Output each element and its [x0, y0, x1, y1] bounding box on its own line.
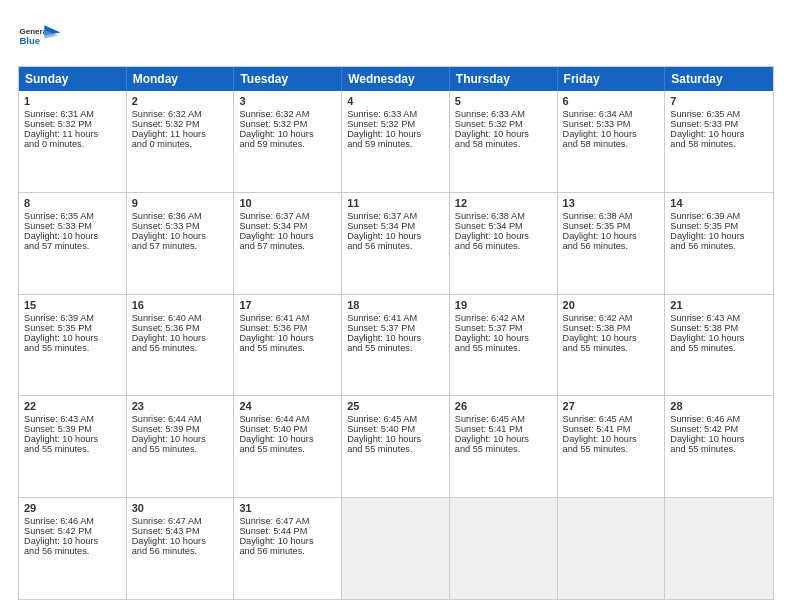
week-row-2: 8Sunrise: 6:35 AMSunset: 5:33 PMDaylight…: [19, 192, 773, 294]
logo: General Blue: [18, 18, 62, 56]
day-info-line: and 58 minutes.: [670, 139, 768, 149]
day-info-line: Sunrise: 6:39 AM: [24, 313, 121, 323]
day-info-line: Daylight: 10 hours: [132, 231, 229, 241]
day-number: 14: [670, 197, 768, 209]
day-info-line: Sunset: 5:33 PM: [24, 221, 121, 231]
day-info-line: Daylight: 10 hours: [563, 129, 660, 139]
day-number: 5: [455, 95, 552, 107]
cal-cell-w2-d3: 10Sunrise: 6:37 AMSunset: 5:34 PMDayligh…: [234, 193, 342, 294]
day-number: 1: [24, 95, 121, 107]
day-info-line: and 57 minutes.: [239, 241, 336, 251]
day-info-line: and 55 minutes.: [670, 444, 768, 454]
day-info-line: Sunrise: 6:41 AM: [347, 313, 444, 323]
cal-cell-w4-d4: 25Sunrise: 6:45 AMSunset: 5:40 PMDayligh…: [342, 396, 450, 497]
day-info-line: Sunset: 5:32 PM: [132, 119, 229, 129]
day-info-line: and 55 minutes.: [347, 343, 444, 353]
day-info-line: Sunset: 5:41 PM: [455, 424, 552, 434]
header-wednesday: Wednesday: [342, 67, 450, 91]
day-info-line: Sunrise: 6:37 AM: [347, 211, 444, 221]
day-number: 17: [239, 299, 336, 311]
cal-cell-w4-d5: 26Sunrise: 6:45 AMSunset: 5:41 PMDayligh…: [450, 396, 558, 497]
day-info-line: and 55 minutes.: [239, 343, 336, 353]
day-info-line: Daylight: 10 hours: [670, 333, 768, 343]
day-info-line: Daylight: 10 hours: [239, 536, 336, 546]
svg-text:Blue: Blue: [19, 35, 40, 46]
cal-cell-w4-d3: 24Sunrise: 6:44 AMSunset: 5:40 PMDayligh…: [234, 396, 342, 497]
day-number: 10: [239, 197, 336, 209]
day-info-line: Daylight: 10 hours: [563, 333, 660, 343]
day-info-line: Sunrise: 6:40 AM: [132, 313, 229, 323]
cal-cell-w2-d2: 9Sunrise: 6:36 AMSunset: 5:33 PMDaylight…: [127, 193, 235, 294]
day-info-line: Sunrise: 6:32 AM: [239, 109, 336, 119]
day-number: 16: [132, 299, 229, 311]
day-info-line: Sunrise: 6:43 AM: [24, 414, 121, 424]
day-info-line: Sunrise: 6:45 AM: [455, 414, 552, 424]
day-info-line: Daylight: 10 hours: [455, 129, 552, 139]
day-info-line: Daylight: 10 hours: [132, 333, 229, 343]
day-info-line: Sunrise: 6:38 AM: [455, 211, 552, 221]
calendar-page: General Blue Sunday Monday Tuesday Wedne…: [0, 0, 792, 612]
day-info-line: Sunrise: 6:36 AM: [132, 211, 229, 221]
cal-cell-w5-d3: 31Sunrise: 6:47 AMSunset: 5:44 PMDayligh…: [234, 498, 342, 599]
cal-cell-w3-d1: 15Sunrise: 6:39 AMSunset: 5:35 PMDayligh…: [19, 295, 127, 396]
day-number: 8: [24, 197, 121, 209]
day-number: 18: [347, 299, 444, 311]
cal-cell-w5-d6: [558, 498, 666, 599]
day-info-line: and 58 minutes.: [455, 139, 552, 149]
day-info-line: Daylight: 10 hours: [132, 536, 229, 546]
day-info-line: Sunset: 5:34 PM: [347, 221, 444, 231]
day-info-line: Daylight: 10 hours: [347, 333, 444, 343]
cal-cell-w3-d4: 18Sunrise: 6:41 AMSunset: 5:37 PMDayligh…: [342, 295, 450, 396]
day-info-line: Daylight: 10 hours: [455, 434, 552, 444]
cal-cell-w3-d5: 19Sunrise: 6:42 AMSunset: 5:37 PMDayligh…: [450, 295, 558, 396]
day-info-line: Daylight: 10 hours: [455, 231, 552, 241]
calendar: Sunday Monday Tuesday Wednesday Thursday…: [18, 66, 774, 600]
day-info-line: and 55 minutes.: [132, 444, 229, 454]
day-info-line: Sunrise: 6:44 AM: [132, 414, 229, 424]
day-info-line: and 0 minutes.: [24, 139, 121, 149]
day-info-line: Sunrise: 6:42 AM: [455, 313, 552, 323]
day-info-line: Sunset: 5:35 PM: [670, 221, 768, 231]
cal-cell-w1-d7: 7Sunrise: 6:35 AMSunset: 5:33 PMDaylight…: [665, 91, 773, 192]
cal-cell-w1-d5: 5Sunrise: 6:33 AMSunset: 5:32 PMDaylight…: [450, 91, 558, 192]
cal-cell-w3-d2: 16Sunrise: 6:40 AMSunset: 5:36 PMDayligh…: [127, 295, 235, 396]
day-info-line: Sunrise: 6:37 AM: [239, 211, 336, 221]
day-info-line: Daylight: 10 hours: [347, 129, 444, 139]
day-info-line: Daylight: 10 hours: [455, 333, 552, 343]
day-info-line: and 56 minutes.: [563, 241, 660, 251]
day-number: 20: [563, 299, 660, 311]
day-info-line: Daylight: 10 hours: [24, 434, 121, 444]
day-info-line: and 57 minutes.: [24, 241, 121, 251]
day-info-line: and 58 minutes.: [563, 139, 660, 149]
day-info-line: Daylight: 10 hours: [239, 129, 336, 139]
week-row-3: 15Sunrise: 6:39 AMSunset: 5:35 PMDayligh…: [19, 294, 773, 396]
day-info-line: and 55 minutes.: [563, 444, 660, 454]
day-info-line: Sunset: 5:34 PM: [239, 221, 336, 231]
day-info-line: Sunset: 5:34 PM: [455, 221, 552, 231]
day-info-line: Daylight: 10 hours: [563, 434, 660, 444]
day-info-line: Sunrise: 6:38 AM: [563, 211, 660, 221]
day-info-line: Daylight: 10 hours: [563, 231, 660, 241]
day-info-line: Daylight: 10 hours: [670, 129, 768, 139]
day-number: 19: [455, 299, 552, 311]
day-info-line: Daylight: 10 hours: [24, 231, 121, 241]
day-number: 23: [132, 400, 229, 412]
day-info-line: Sunset: 5:32 PM: [239, 119, 336, 129]
day-info-line: and 55 minutes.: [24, 444, 121, 454]
day-info-line: Sunset: 5:43 PM: [132, 526, 229, 536]
day-number: 26: [455, 400, 552, 412]
cal-cell-w1-d1: 1Sunrise: 6:31 AMSunset: 5:32 PMDaylight…: [19, 91, 127, 192]
day-info-line: Sunrise: 6:39 AM: [670, 211, 768, 221]
day-info-line: and 55 minutes.: [455, 343, 552, 353]
calendar-body: 1Sunrise: 6:31 AMSunset: 5:32 PMDaylight…: [19, 91, 773, 599]
day-info-line: Sunset: 5:32 PM: [347, 119, 444, 129]
day-info-line: Sunset: 5:37 PM: [455, 323, 552, 333]
cal-cell-w2-d6: 13Sunrise: 6:38 AMSunset: 5:35 PMDayligh…: [558, 193, 666, 294]
day-info-line: and 55 minutes.: [132, 343, 229, 353]
day-number: 7: [670, 95, 768, 107]
day-info-line: Daylight: 10 hours: [24, 536, 121, 546]
day-number: 4: [347, 95, 444, 107]
day-number: 25: [347, 400, 444, 412]
cal-cell-w5-d5: [450, 498, 558, 599]
header-saturday: Saturday: [665, 67, 773, 91]
